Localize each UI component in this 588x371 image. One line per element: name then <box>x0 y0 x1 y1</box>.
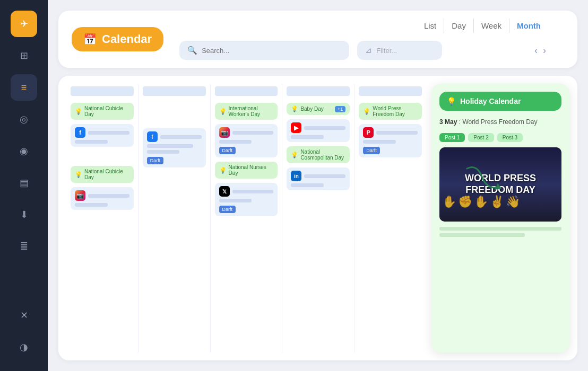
calendar-column-3: 💡 International Worker's Day 📷 Darft 💡 N… <box>211 84 283 352</box>
targets-icon: ◉ <box>20 145 28 157</box>
holiday-label-col5: World Press Freedom Day <box>373 105 418 117</box>
bulb-icon-6: 💡 <box>291 152 298 158</box>
holiday-image-text: WORLD PRESS FREEDOM DAY <box>465 173 536 196</box>
sidebar-item-support[interactable]: ◑ <box>11 334 37 360</box>
instagram-icon-2: 📷 <box>219 127 230 138</box>
footer-line-1 <box>439 227 561 231</box>
calendar-column-2: f Darft <box>139 84 211 352</box>
sidebar-item-network[interactable]: ◎ <box>11 106 37 132</box>
toolbar-row: 🔍 ⊿ Filter... ‹ › <box>179 41 548 60</box>
post-event[interactable]: f <box>71 124 134 147</box>
post-event-col3[interactable]: 📷 Darft <box>215 124 278 157</box>
draft-badge-2: Darft <box>219 147 236 154</box>
holiday-label-col4: Baby Day <box>300 106 323 112</box>
main-content: 📅 Calendar List Day Week Month 🔍 <box>48 0 588 371</box>
library-icon: ≣ <box>20 241 28 252</box>
linkedin-icon: in <box>291 171 301 181</box>
pinterest-icon: P <box>363 127 374 138</box>
bulb-icon-7: 💡 <box>363 108 370 115</box>
holiday-date: 3 May : World Press Freedom Day <box>439 116 561 128</box>
bulb-icon: 💡 <box>75 108 82 115</box>
calendar-badge-icon: 📅 <box>83 33 97 46</box>
post-event-col3-2[interactable]: 𝕏 Darft <box>215 183 278 216</box>
view-month[interactable]: Month <box>509 19 548 33</box>
plus-badge: +1 <box>335 106 345 112</box>
footer-line-2 <box>439 233 525 237</box>
calendar-column-5: 💡 World Press Freedom Day P Darft <box>354 84 426 352</box>
draft-badge: Darft <box>147 157 164 164</box>
holiday-panel: 💡 Holiday Calendar 3 May : World Press F… <box>431 84 569 352</box>
search-input[interactable] <box>202 47 341 55</box>
post-event-col2[interactable]: f Darft <box>143 128 206 167</box>
youtube-icon: ▶ <box>291 122 301 133</box>
holiday-date-label: 3 May <box>439 118 457 126</box>
analytics-icon: ▤ <box>20 177 29 189</box>
view-day[interactable]: Day <box>444 19 474 33</box>
instagram-icon: 📷 <box>75 190 85 201</box>
sidebar-item-analytics[interactable]: ▤ <box>11 170 37 196</box>
holiday-image: ✋ ✊ ✋ ✌ 👋 WORLD PRESS FREEDOM DAY <box>439 147 561 222</box>
holiday-panel-header: 💡 Holiday Calendar <box>439 92 561 111</box>
bulb-icon-5: 💡 <box>291 105 298 112</box>
holiday-event-col3-2[interactable]: 💡 National Nurses Day <box>215 162 278 179</box>
post-tab-1[interactable]: Post 1 <box>439 133 465 142</box>
calendar-column-4: 💡 Baby Day +1 ▶ 💡 National Cosmopolitan … <box>282 84 354 352</box>
sidebar-item-targets[interactable]: ◉ <box>11 138 37 164</box>
facebook-icon-2: f <box>147 131 158 142</box>
holiday-panel-title: Holiday Calendar <box>460 97 521 105</box>
holiday-event-col4[interactable]: 💡 Baby Day +1 <box>287 103 350 115</box>
calendar-grid: 💡 National Cubicle Day f 💡 National Cubi… <box>66 84 426 352</box>
sidebar-item-settings[interactable]: ✕ <box>11 302 37 329</box>
bulb-icon-3: 💡 <box>219 108 227 115</box>
post-event-col4[interactable]: ▶ <box>287 119 350 142</box>
calendar-card: 💡 National Cubicle Day f 💡 National Cubi… <box>58 76 577 360</box>
post-event-2[interactable]: 📷 <box>71 187 134 210</box>
holiday-label-2: National Cubicle Day <box>84 169 129 180</box>
holiday-panel-icon: 💡 <box>447 97 456 105</box>
nav-next[interactable]: › <box>541 44 548 57</box>
holiday-event-col4-2[interactable]: 💡 National Cosmopolitan Day <box>287 146 350 163</box>
facebook-icon: f <box>75 127 85 138</box>
holiday-footer <box>439 227 561 237</box>
post-event-col5[interactable]: P Darft <box>359 124 422 157</box>
col-header-2 <box>143 86 206 96</box>
holiday-event-col5[interactable]: 💡 World Press Freedom Day <box>359 103 422 120</box>
post-tab-3[interactable]: Post 3 <box>497 133 523 142</box>
sidebar: ✈ ⊞ ≡ ◎ ◉ ▤ ⬇ ≣ ✕ ◑ <box>0 0 48 371</box>
post-tab-2[interactable]: Post 2 <box>468 133 494 142</box>
holiday-date-event: World Press Freedom Day <box>462 118 537 126</box>
holiday-label-col3: International Worker's Day <box>229 105 274 117</box>
holiday-label: National Cubicle Day <box>84 105 129 117</box>
col-header-1 <box>71 86 134 96</box>
holiday-event-col3[interactable]: 💡 International Worker's Day <box>215 103 278 120</box>
calendar-column-1: 💡 National Cubicle Day f 💡 National Cubi… <box>66 84 139 352</box>
post-event-col4-2[interactable]: in <box>287 167 350 190</box>
page-title: Calendar <box>102 32 152 46</box>
holiday-label-col4-2: National Cosmopolitan Day <box>300 149 345 161</box>
filter-icon: ⊿ <box>365 46 372 55</box>
settings-icon: ✕ <box>20 310 28 321</box>
search-box[interactable]: 🔍 <box>179 41 349 60</box>
holiday-label-col3-2: National Nurses Day <box>229 164 274 176</box>
sidebar-item-dashboard[interactable]: ⊞ <box>11 42 37 69</box>
calendar-title-badge: 📅 Calendar <box>72 27 163 51</box>
header-card: 📅 Calendar List Day Week Month 🔍 <box>58 11 577 68</box>
sidebar-item-download[interactable]: ⬇ <box>11 201 37 228</box>
navigation-icon: ✈ <box>20 18 28 30</box>
view-week[interactable]: Week <box>474 19 509 33</box>
sidebar-item-navigation[interactable]: ✈ <box>11 11 37 37</box>
bulb-icon-4: 💡 <box>219 167 227 174</box>
download-icon: ⬇ <box>20 209 28 220</box>
col-header-4 <box>287 86 350 96</box>
dashboard-icon: ⊞ <box>20 50 28 61</box>
filter-box[interactable]: ⊿ Filter... <box>357 41 442 60</box>
sidebar-item-calendar[interactable]: ≡ <box>11 74 37 101</box>
support-icon: ◑ <box>20 341 28 353</box>
view-list[interactable]: List <box>417 19 444 33</box>
bulb-icon-2: 💡 <box>75 171 82 178</box>
holiday-event-2[interactable]: 💡 National Cubicle Day <box>71 166 134 183</box>
holiday-event[interactable]: 💡 National Cubicle Day <box>71 103 134 120</box>
nav-prev[interactable]: ‹ <box>532 44 540 57</box>
nav-arrows[interactable]: ‹ › <box>532 44 548 57</box>
sidebar-item-library[interactable]: ≣ <box>11 233 37 260</box>
